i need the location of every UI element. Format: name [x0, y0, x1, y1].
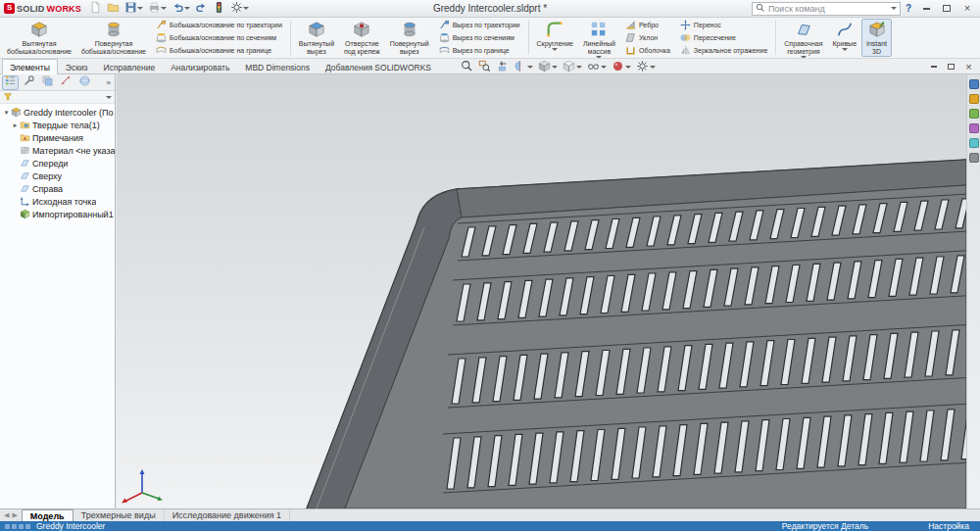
fm-tab-display-manager[interactable] — [76, 75, 93, 90]
doc-minimize-button[interactable] — [926, 61, 941, 73]
ribbon-button-draft[interactable]: Уклон — [622, 32, 673, 44]
task-pane-resources-button[interactable] — [969, 79, 979, 89]
ribbon-button-swept-boss[interactable]: Бобышка/основание по траектории — [153, 20, 285, 31]
print-dropdown-caret[interactable] — [161, 7, 167, 10]
ribbon-button-revolved-boss[interactable]: Повернутая бобышка/основание — [76, 19, 151, 57]
linear-pattern-dropdown-caret[interactable] — [596, 56, 602, 59]
task-pane-view-palette-button[interactable] — [969, 123, 979, 133]
ribbon-button-extruded-cut[interactable]: Вытянутый вырез — [294, 19, 339, 57]
fm-tab-dimxpert[interactable] — [58, 75, 74, 90]
tab-repair[interactable]: Исправление — [96, 59, 164, 74]
fm-tabs-overflow-chevron[interactable]: » — [107, 78, 113, 87]
options-dropdown-caret[interactable] — [243, 7, 249, 10]
tree-item-front-plane[interactable]: Спереди — [0, 157, 115, 169]
view-settings-dropdown-caret[interactable] — [650, 66, 656, 69]
tree-item-annotations[interactable]: AПримечания — [0, 131, 115, 144]
headsup-view-settings-button[interactable] — [636, 60, 656, 74]
qa-open-button[interactable] — [105, 1, 122, 16]
ribbon-button-rib[interactable]: Ребро — [622, 20, 673, 31]
maximize-button[interactable] — [937, 1, 956, 16]
feature-tree-filter[interactable] — [0, 91, 115, 104]
minimize-button[interactable] — [916, 1, 936, 16]
model-tab-next-button[interactable]: ▶ — [12, 511, 17, 519]
ribbon-button-curves[interactable]: Кривые — [828, 19, 862, 57]
headsup-display-style-button[interactable] — [563, 60, 582, 74]
doc-close-button[interactable]: × — [961, 61, 976, 73]
ribbon-button-hole-wizard[interactable]: Отверстие под крепеж — [339, 19, 385, 57]
headsup-zoom-area-button[interactable] — [478, 60, 491, 74]
tree-item-imported1[interactable]: Импортированный1 — [0, 208, 115, 220]
tree-expander[interactable]: ▾ — [2, 109, 11, 117]
tree-item-root[interactable]: ▾Greddy Intercooler (По умолчанию< — [0, 106, 115, 119]
ribbon-button-intersect[interactable]: Пересечение — [677, 32, 770, 44]
qa-save-button[interactable] — [122, 1, 145, 16]
command-search-input[interactable]: Поиск команд — [752, 2, 901, 16]
ribbon-button-lofted-cut[interactable]: Вырез по сечениям — [436, 32, 523, 44]
ribbon-button-fillet[interactable]: Скругление — [532, 19, 578, 57]
graphics-area[interactable] — [117, 74, 966, 508]
task-pane-file-explorer-button[interactable] — [969, 109, 979, 119]
fm-tab-configuration-manager[interactable] — [39, 75, 56, 90]
ribbon-button-mirror[interactable]: Зеркальное отражение — [677, 45, 770, 57]
ribbon-button-reference-geometry[interactable]: Справочная геометрия — [779, 19, 827, 57]
help-button[interactable]: ? — [906, 3, 911, 14]
tab-solidworks-add-ins[interactable]: Добавления SOLIDWORKS — [318, 59, 439, 74]
ribbon-button-linear-pattern[interactable]: Линейный массив — [578, 19, 620, 57]
section-view-dropdown-caret[interactable] — [527, 66, 533, 69]
tree-item-origin[interactable]: Исходная точка — [0, 195, 115, 208]
ribbon-button-swept-cut[interactable]: Вырез по траектории — [436, 20, 523, 31]
fm-tab-property-manager[interactable] — [21, 75, 37, 90]
headsup-previous-view-button[interactable] — [496, 60, 509, 74]
qa-redo-button[interactable] — [193, 1, 210, 16]
doc-restore-button[interactable] — [944, 61, 958, 73]
model-tab-model[interactable]: Модель — [22, 509, 74, 521]
task-pane-design-library-button[interactable] — [969, 94, 979, 104]
ribbon-button-move[interactable]: Перенос — [677, 20, 770, 31]
tree-item-right-plane[interactable]: Справа — [0, 182, 115, 195]
tree-item-material[interactable]: Материал <не указан> — [0, 144, 115, 157]
ribbon-button-lofted-boss[interactable]: Бобышка/основание по сечениям — [153, 32, 285, 44]
fillet-dropdown-caret[interactable] — [552, 48, 558, 51]
filter-dropdown-caret[interactable] — [106, 96, 112, 99]
edit-appearance-dropdown-caret[interactable] — [625, 66, 631, 69]
qa-new-file-button[interactable] — [87, 1, 104, 16]
ribbon-button-revolved-cut[interactable]: Повернутый вырез — [385, 19, 434, 57]
headsup-zoom-fit-button[interactable] — [461, 60, 473, 74]
ribbon-button-instant-3d[interactable]: Instant 3D — [861, 19, 892, 57]
ribbon-button-extruded-boss[interactable]: Вытянутая бобышка/основание — [2, 19, 76, 57]
qa-undo-button[interactable] — [170, 1, 192, 16]
ribbon-button-boundary-boss[interactable]: Бобышка/основание на границе — [153, 45, 285, 57]
headsup-view-orientation-button[interactable] — [538, 60, 558, 74]
ribbon-button-shell[interactable]: Оболочка — [622, 45, 673, 57]
task-pane-custom-properties-button[interactable] — [969, 153, 979, 163]
model-tab-motion-study-1[interactable]: Исследование движения 1 — [165, 509, 290, 521]
status-customize-link[interactable]: Настройка — [928, 521, 969, 531]
tab-mbd-dimensions[interactable]: MBD Dimensions — [237, 59, 318, 74]
intercooler-model[interactable] — [117, 74, 966, 508]
hide-show-dropdown-caret[interactable] — [601, 66, 607, 69]
search-dropdown-caret[interactable] — [891, 7, 897, 10]
close-button[interactable]: × — [957, 1, 977, 16]
headsup-hide-show-button[interactable] — [587, 60, 607, 74]
model-tab-3d-views[interactable]: Трехмерные виды — [74, 509, 165, 521]
ribbon-button-boundary-cut[interactable]: Вырез по границе — [436, 45, 523, 57]
tree-expander[interactable]: ▸ — [11, 121, 20, 129]
headsup-edit-appearance-button[interactable] — [612, 60, 631, 74]
curves-dropdown-caret[interactable] — [842, 48, 848, 51]
save-dropdown-caret[interactable] — [137, 7, 143, 10]
qa-print-button[interactable] — [146, 1, 169, 16]
tab-sketch[interactable]: Эскиз — [58, 59, 96, 74]
undo-dropdown-caret[interactable] — [184, 7, 190, 10]
headsup-section-view-button[interactable] — [514, 60, 533, 74]
tab-evaluate[interactable]: Анализировать — [163, 59, 237, 74]
tree-item-top-plane[interactable]: Сверху — [0, 169, 115, 182]
model-tab-prev-button[interactable]: ◀ — [4, 511, 9, 519]
tree-item-solid-bodies[interactable]: ▸Твердые тела(1) — [0, 119, 115, 131]
reference-geometry-dropdown-caret[interactable] — [801, 56, 807, 59]
display-style-dropdown-caret[interactable] — [576, 66, 582, 69]
tab-features[interactable]: Элементы — [2, 59, 58, 74]
task-pane-appearances-button[interactable] — [969, 138, 979, 148]
view-orientation-dropdown-caret[interactable] — [552, 66, 558, 69]
qa-rebuild-button[interactable] — [211, 1, 227, 16]
qa-options-button[interactable] — [228, 1, 251, 16]
